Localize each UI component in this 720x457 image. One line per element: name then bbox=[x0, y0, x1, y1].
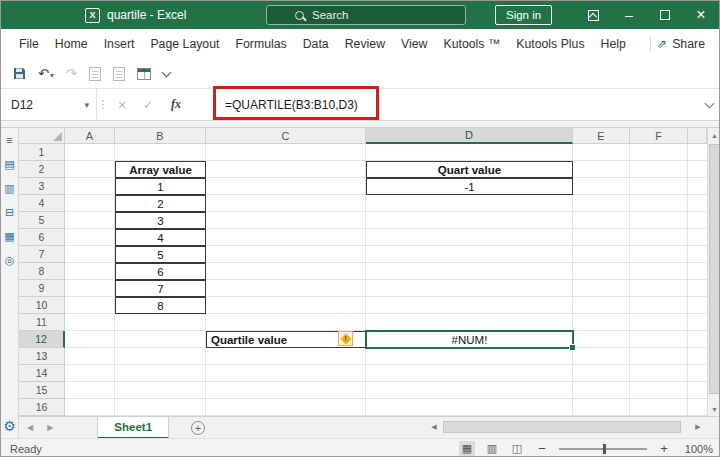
cell-d5[interactable] bbox=[366, 212, 573, 229]
cell-b7[interactable]: 5 bbox=[115, 246, 206, 263]
enter-entry-button[interactable] bbox=[135, 89, 161, 120]
insert-function-button[interactable]: fx bbox=[161, 89, 191, 120]
cell-f8[interactable] bbox=[630, 263, 688, 280]
cell-b12[interactable] bbox=[115, 331, 206, 348]
minimize-button[interactable] bbox=[611, 1, 647, 29]
cell-a16[interactable] bbox=[65, 399, 115, 416]
cell-f11[interactable] bbox=[630, 314, 688, 331]
cell-e13[interactable] bbox=[573, 348, 630, 365]
row-header-2[interactable]: 2 bbox=[19, 161, 65, 178]
sheet-tab-sheet1[interactable]: Sheet1 bbox=[97, 417, 169, 439]
cell-e4[interactable] bbox=[573, 195, 630, 212]
row-header-10[interactable]: 10 bbox=[19, 297, 65, 314]
cell-d3[interactable]: -1 bbox=[366, 178, 573, 195]
grid-pane-icon[interactable] bbox=[3, 229, 17, 243]
cell-a9[interactable] bbox=[65, 280, 115, 297]
cell-b3[interactable]: 1 bbox=[115, 178, 206, 195]
cell-c15[interactable] bbox=[206, 382, 366, 399]
cell-d14[interactable] bbox=[366, 365, 573, 382]
cell-a10[interactable] bbox=[65, 297, 115, 314]
cell-f10[interactable] bbox=[630, 297, 688, 314]
tab-review[interactable]: Review bbox=[337, 29, 393, 59]
tab-kutools-plus[interactable]: Kutools Plus bbox=[508, 29, 592, 59]
cell-f7[interactable] bbox=[630, 246, 688, 263]
cell-f4[interactable] bbox=[630, 195, 688, 212]
cell-b10[interactable]: 8 bbox=[115, 297, 206, 314]
cell-f9[interactable] bbox=[630, 280, 688, 297]
column-header-b[interactable]: B bbox=[115, 128, 206, 144]
zoom-in-button[interactable] bbox=[656, 441, 672, 456]
cell-c5[interactable] bbox=[206, 212, 366, 229]
cell-c10[interactable] bbox=[206, 297, 366, 314]
tab-home[interactable]: Home bbox=[47, 29, 96, 59]
cell-b14[interactable] bbox=[115, 365, 206, 382]
scroll-down-icon[interactable] bbox=[708, 402, 720, 416]
column-header-c[interactable]: C bbox=[206, 128, 366, 144]
horizontal-scrollbar[interactable] bbox=[427, 419, 705, 435]
cell-d10[interactable] bbox=[366, 297, 573, 314]
row-header-1[interactable]: 1 bbox=[19, 144, 65, 161]
column-header-d[interactable]: D bbox=[366, 128, 573, 144]
row-header-11[interactable]: 11 bbox=[19, 314, 65, 331]
cell-a15[interactable] bbox=[65, 382, 115, 399]
scroll-right-icon[interactable] bbox=[691, 423, 705, 431]
row-header-13[interactable]: 13 bbox=[19, 348, 65, 365]
column-header-e[interactable]: E bbox=[573, 128, 630, 144]
cell-c3[interactable] bbox=[206, 178, 366, 195]
row-header-7[interactable]: 7 bbox=[19, 246, 65, 263]
cell-a13[interactable] bbox=[65, 348, 115, 365]
tab-help[interactable]: Help bbox=[593, 29, 634, 59]
select-all-button[interactable] bbox=[19, 128, 65, 144]
cell-d8[interactable] bbox=[366, 263, 573, 280]
redo-button[interactable] bbox=[66, 66, 77, 81]
pane-toggle-icon[interactable] bbox=[3, 133, 17, 147]
close-button[interactable] bbox=[683, 1, 719, 29]
zoom-out-button[interactable] bbox=[534, 441, 550, 456]
row-header-3[interactable]: 3 bbox=[19, 178, 65, 195]
vertical-scrollbar[interactable] bbox=[707, 128, 720, 416]
cell-e12[interactable] bbox=[573, 331, 630, 348]
cell-d11[interactable] bbox=[366, 314, 573, 331]
table-button[interactable] bbox=[137, 68, 151, 80]
row-header-4[interactable]: 4 bbox=[19, 195, 65, 212]
row-header-6[interactable]: 6 bbox=[19, 229, 65, 246]
cell-e9[interactable] bbox=[573, 280, 630, 297]
cell-f6[interactable] bbox=[630, 229, 688, 246]
cell-f2[interactable] bbox=[630, 161, 688, 178]
cell-b13[interactable] bbox=[115, 348, 206, 365]
tab-view[interactable]: View bbox=[393, 29, 435, 59]
scroll-up-icon[interactable] bbox=[708, 128, 720, 142]
name-box-dropdown-icon[interactable] bbox=[84, 100, 89, 110]
horizontal-scroll-thumb[interactable] bbox=[443, 421, 681, 433]
name-box[interactable]: D12 bbox=[1, 89, 97, 120]
row-header-14[interactable]: 14 bbox=[19, 365, 65, 382]
sign-in-button[interactable]: Sign in bbox=[495, 5, 552, 25]
row-header-8[interactable]: 8 bbox=[19, 263, 65, 280]
save-button[interactable] bbox=[13, 67, 26, 80]
cell-b11[interactable] bbox=[115, 314, 206, 331]
cell-d7[interactable] bbox=[366, 246, 573, 263]
clipboard-pane-icon[interactable] bbox=[3, 157, 17, 171]
search-box[interactable]: Search bbox=[266, 5, 466, 25]
cell-f14[interactable] bbox=[630, 365, 688, 382]
cell-e3[interactable] bbox=[573, 178, 630, 195]
scroll-left-icon[interactable] bbox=[427, 423, 441, 431]
cell-b16[interactable] bbox=[115, 399, 206, 416]
cell-a7[interactable] bbox=[65, 246, 115, 263]
share-button[interactable]: Share bbox=[657, 37, 709, 51]
printer-pane-icon[interactable] bbox=[3, 205, 17, 219]
cell-f15[interactable] bbox=[630, 382, 688, 399]
cell-f3[interactable] bbox=[630, 178, 688, 195]
cell-c13[interactable] bbox=[206, 348, 366, 365]
column-header-a[interactable]: A bbox=[65, 128, 115, 144]
zoom-slider[interactable] bbox=[559, 448, 647, 450]
tab-page-layout[interactable]: Page Layout bbox=[142, 29, 227, 59]
formula-bar-handle[interactable] bbox=[97, 89, 109, 120]
cell-e10[interactable] bbox=[573, 297, 630, 314]
tab-kutools[interactable]: Kutools ™ bbox=[435, 29, 508, 59]
previous-sheet-icon[interactable] bbox=[27, 423, 33, 432]
cell-a4[interactable] bbox=[65, 195, 115, 212]
cell-e16[interactable] bbox=[573, 399, 630, 416]
cell-c7[interactable] bbox=[206, 246, 366, 263]
row-header-16[interactable]: 16 bbox=[19, 399, 65, 416]
